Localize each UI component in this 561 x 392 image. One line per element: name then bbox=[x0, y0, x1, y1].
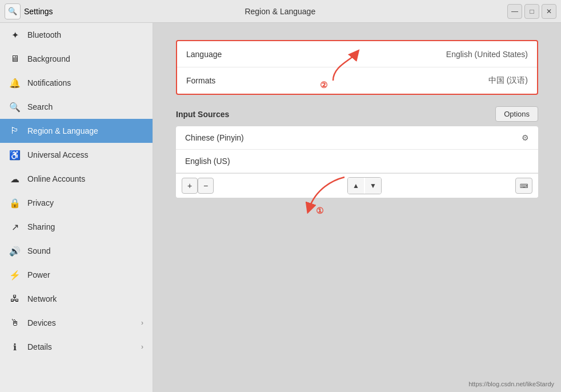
options-button[interactable]: Options bbox=[495, 106, 538, 122]
sidebar-item-label: Power bbox=[27, 270, 50, 279]
sidebar-item-details[interactable]: ℹ Details › bbox=[0, 335, 153, 359]
window-controls: — □ ✕ bbox=[507, 4, 556, 19]
gear-icon[interactable]: ⚙ bbox=[522, 133, 529, 142]
sidebar-item-notifications[interactable]: 🔔 Notifications bbox=[0, 71, 153, 95]
down-arrow-icon: ▼ bbox=[370, 182, 376, 190]
chevron-right-icon: › bbox=[141, 343, 143, 351]
input-source-label: English (US) bbox=[185, 157, 529, 166]
sidebar-item-label: Sharing bbox=[27, 222, 55, 231]
chevron-right-icon: › bbox=[141, 319, 143, 327]
maximize-button[interactable]: □ bbox=[524, 4, 539, 19]
sidebar-item-search[interactable]: 🔍 Search bbox=[0, 95, 153, 119]
sidebar-item-bluetooth[interactable]: ✦ Bluetooth bbox=[0, 23, 153, 47]
details-icon: ℹ bbox=[9, 341, 21, 353]
input-source-row-chinese[interactable]: Chinese (Pinyin) ⚙ bbox=[176, 126, 538, 150]
search-icon: 🔍 bbox=[8, 7, 17, 15]
page-title: Region & Language bbox=[53, 7, 507, 16]
up-arrow-icon: ▲ bbox=[352, 182, 359, 190]
input-source-row-english[interactable]: English (US) bbox=[176, 150, 538, 173]
sound-icon: 🔊 bbox=[9, 245, 21, 257]
sidebar-item-label: Network bbox=[27, 294, 57, 303]
sidebar-item-region-language[interactable]: 🏳 Region & Language bbox=[0, 119, 153, 143]
formats-label: Formats bbox=[186, 76, 488, 85]
url-bar: https://blog.csdn.net/likeStardy bbox=[468, 381, 554, 387]
language-formats-card: Language English (United States) Formats… bbox=[176, 40, 538, 95]
power-icon: ⚡ bbox=[9, 269, 21, 281]
input-source-label: Chinese (Pinyin) bbox=[185, 133, 522, 142]
sidebar-item-label: Devices bbox=[27, 318, 56, 327]
devices-icon: 🖱 bbox=[9, 317, 21, 329]
input-sources-card: Chinese (Pinyin) ⚙ English (US) + − ▲ bbox=[176, 126, 538, 198]
move-down-button[interactable]: ▼ bbox=[365, 178, 381, 194]
cloud-icon: ☁ bbox=[9, 173, 21, 185]
sidebar-item-label: Privacy bbox=[27, 198, 54, 207]
formats-row[interactable]: Formats 中国 (汉语) bbox=[177, 67, 537, 94]
circle-1-label: ① bbox=[316, 206, 323, 216]
flag-icon: 🏳 bbox=[9, 125, 21, 137]
sidebar-item-network[interactable]: 🖧 Network bbox=[0, 287, 153, 311]
bluetooth-icon: ✦ bbox=[9, 29, 21, 41]
language-label: Language bbox=[186, 50, 446, 59]
sidebar-item-background[interactable]: 🖥 Background bbox=[0, 47, 153, 71]
app-title: Settings bbox=[24, 7, 53, 16]
sidebar-item-label: Details bbox=[27, 342, 52, 351]
move-up-button[interactable]: ▲ bbox=[348, 178, 364, 194]
add-input-source-button[interactable]: + bbox=[182, 178, 198, 194]
privacy-icon: 🔒 bbox=[9, 197, 21, 209]
main-layout: ✦ Bluetooth 🖥 Background 🔔 Notifications… bbox=[0, 23, 561, 392]
input-sources-header: Input Sources Options bbox=[176, 106, 538, 122]
add-remove-group: + − bbox=[182, 178, 214, 194]
close-icon: ✕ bbox=[546, 7, 552, 15]
sidebar: ✦ Bluetooth 🖥 Background 🔔 Notifications… bbox=[0, 23, 153, 392]
network-icon: 🖧 bbox=[9, 293, 21, 305]
search-icon: 🔍 bbox=[9, 101, 21, 113]
sidebar-item-label: Search bbox=[27, 102, 53, 111]
remove-input-source-button[interactable]: − bbox=[198, 178, 214, 194]
accessibility-icon: ♿ bbox=[9, 149, 21, 161]
sidebar-item-label: Notifications bbox=[27, 78, 71, 87]
keyboard-icon: ⌨ bbox=[520, 183, 528, 189]
sidebar-item-label: Online Accounts bbox=[27, 174, 85, 183]
content-area: Language English (United States) Formats… bbox=[153, 23, 561, 392]
keyboard-icon-button[interactable]: ⌨ bbox=[515, 178, 532, 194]
sidebar-item-label: Bluetooth bbox=[27, 30, 61, 39]
bell-icon: 🔔 bbox=[9, 77, 21, 89]
minimize-icon: — bbox=[511, 7, 518, 15]
input-sources-toolbar: + − ▲ ▼ ⌨ bbox=[176, 173, 538, 198]
up-down-group: ▲ ▼ bbox=[347, 177, 382, 194]
sidebar-item-label: Universal Access bbox=[27, 150, 89, 159]
input-sources-title: Input Sources bbox=[176, 110, 229, 119]
sidebar-item-label: Region & Language bbox=[27, 126, 98, 135]
language-value: English (United States) bbox=[446, 50, 528, 59]
language-row[interactable]: Language English (United States) bbox=[177, 41, 537, 67]
titlebar-left: 🔍 Settings bbox=[5, 3, 53, 19]
sidebar-item-power[interactable]: ⚡ Power bbox=[0, 263, 153, 287]
titlebar-search-button[interactable]: 🔍 bbox=[5, 3, 21, 19]
share-icon: ↗ bbox=[9, 221, 21, 233]
sidebar-item-sharing[interactable]: ↗ Sharing bbox=[0, 215, 153, 239]
formats-value: 中国 (汉语) bbox=[488, 75, 528, 86]
sidebar-item-sound[interactable]: 🔊 Sound bbox=[0, 239, 153, 263]
sidebar-item-privacy[interactable]: 🔒 Privacy bbox=[0, 191, 153, 215]
close-button[interactable]: ✕ bbox=[542, 4, 556, 19]
sidebar-item-label: Background bbox=[27, 54, 70, 63]
sidebar-item-label: Sound bbox=[27, 246, 50, 255]
maximize-icon: □ bbox=[530, 7, 534, 15]
minimize-button[interactable]: — bbox=[507, 4, 522, 19]
sidebar-item-universal-access[interactable]: ♿ Universal Access bbox=[0, 143, 153, 167]
sidebar-item-online-accounts[interactable]: ☁ Online Accounts bbox=[0, 167, 153, 191]
titlebar: 🔍 Settings Region & Language — □ ✕ bbox=[0, 0, 561, 23]
sidebar-item-devices[interactable]: 🖱 Devices › bbox=[0, 311, 153, 335]
background-icon: 🖥 bbox=[9, 53, 21, 65]
